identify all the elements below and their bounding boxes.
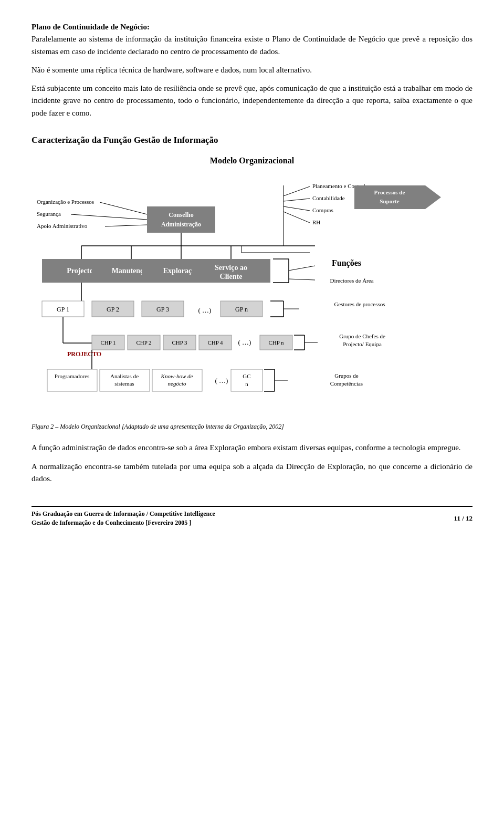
svg-text:Competências: Competências [330,380,363,387]
body-paragraph-1: A função administração de dados encontra… [32,442,472,454]
svg-text:GC: GC [243,373,250,379]
body-paragraph-2: A normalização encontra-se também tutela… [32,461,472,485]
svg-text:GP 3: GP 3 [156,306,169,313]
footer-left: Pós Graduação em Guerra de Informação / … [32,510,215,527]
svg-text:n: n [245,381,248,387]
svg-line-3 [100,202,147,214]
figure-caption: Figura 2 – Modelo Organizacional [Adapta… [32,422,472,432]
svg-text:CHP 2: CHP 2 [136,339,151,346]
svg-text:CHP 3: CHP 3 [172,339,187,346]
p2-prefix: Não é somente uma réplica técnica de har… [32,66,186,74]
svg-text:GP n: GP n [235,306,248,313]
svg-text:GP 2: GP 2 [107,306,119,313]
paragraph-p1: Paralelamente ao sistema de informação d… [32,35,472,55]
svg-text:sistemas: sistemas [114,380,134,387]
svg-text:CHP n: CHP n [268,339,284,346]
svg-text:Gestores de processos: Gestores de processos [334,301,385,307]
p2-suffix: e dados, num local alternativo. [213,66,312,74]
p2-keyword: software [186,66,213,74]
svg-text:RH: RH [312,219,320,225]
footer-line2: Gestão de Informação e do Conhecimento [… [32,519,215,527]
svg-line-18 [284,199,310,201]
svg-text:Conselho: Conselho [169,211,193,219]
footer: Pós Graduação em Guerra de Informação / … [32,506,472,527]
paragraph-p2: Não é somente uma réplica técnica de har… [32,64,472,76]
svg-text:Cliente: Cliente [220,273,243,281]
svg-text:CHP 1: CHP 1 [100,339,116,346]
svg-text:PROJECTO: PROJECTO [67,350,101,358]
pcn-title: Plano de Continuidade de Negócio: [32,23,150,31]
svg-text:Apoio Administrativo: Apoio Administrativo [37,223,88,229]
svg-line-45 [289,279,315,280]
diagram-title: Modelo Organizacional [32,156,472,165]
main-content: Plano de Continuidade de Negócio: Parale… [32,21,472,527]
svg-line-4 [71,214,147,220]
svg-text:Compras: Compras [312,207,333,213]
svg-text:Serviço ao: Serviço ao [215,264,247,272]
svg-text:Programadores: Programadores [55,373,90,379]
footer-page: 11 / 12 [454,514,472,523]
svg-line-19 [284,206,310,211]
footer-line1: Pós Graduação em Guerra de Informação / … [32,510,215,518]
svg-text:Directores de Área: Directores de Área [330,277,373,284]
svg-text:( …): ( …) [238,338,251,346]
svg-text:Processos de: Processos de [374,189,405,195]
svg-line-5 [105,225,147,226]
svg-rect-6 [147,206,215,233]
svg-line-20 [284,212,310,223]
svg-text:Grupo de Chefes de: Grupo de Chefes de [339,333,385,339]
svg-text:CHP 4: CHP 4 [207,339,223,346]
diagram-container: Modelo Organizacional Organização e Proc… [32,156,472,417]
svg-text:Projecto/ Equipa: Projecto/ Equipa [343,341,382,347]
figure-caption-text: Figura 2 – Modelo Organizacional [Adapta… [32,423,284,430]
svg-text:Funções: Funções [332,258,361,268]
svg-text:Contabilidade: Contabilidade [312,195,345,201]
section-heading: Caracterização da Função Gestão de Infor… [32,135,472,146]
svg-text:Organização e Processos: Organização e Processos [37,199,94,205]
svg-text:Projectos: Projectos [67,267,96,275]
svg-text:Administração: Administração [161,221,201,228]
svg-text:negócio: negócio [168,380,186,387]
org-chart-svg: Organização e Processos Segurança Apoio … [32,175,472,417]
svg-text:Know-how de: Know-how de [161,373,193,379]
svg-text:Grupos de: Grupos de [334,372,359,379]
svg-line-17 [284,186,310,196]
svg-text:( …): ( …) [198,306,212,314]
svg-text:Segurança: Segurança [37,211,61,217]
svg-text:Suporte: Suporte [380,198,399,204]
svg-marker-23 [425,185,441,209]
svg-text:GP 1: GP 1 [57,306,69,313]
paragraph-p3: Está subjacente um conceito mais lato de… [32,82,472,119]
paragraph-pcn-title: Plano de Continuidade de Negócio: Parale… [32,21,472,58]
svg-text:( …): ( …) [215,377,228,385]
svg-line-43 [289,266,315,271]
svg-text:Analistas de: Analistas de [110,373,139,379]
